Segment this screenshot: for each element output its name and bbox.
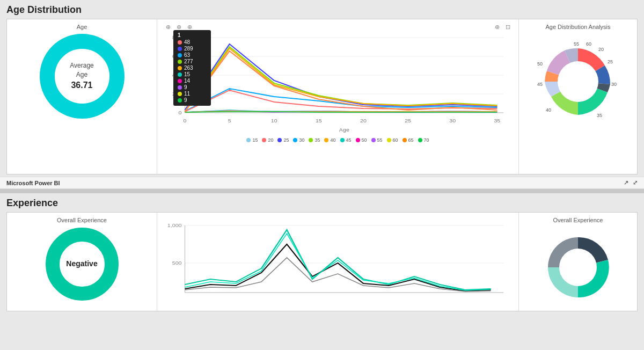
legend-dot-20 bbox=[262, 138, 266, 142]
tooltip-val-50: 14 bbox=[184, 78, 190, 84]
svg-text:25: 25 bbox=[405, 118, 411, 123]
svg-text:5: 5 bbox=[228, 118, 231, 123]
legend-label-20: 20 bbox=[268, 137, 273, 143]
experience-section-title: Experience bbox=[6, 198, 638, 209]
legend-label-45: 45 bbox=[346, 137, 352, 143]
legend-item-45: 45 bbox=[340, 137, 352, 143]
legend-label-30: 30 bbox=[299, 137, 304, 143]
powerbi-actions: ↗ ⤢ bbox=[624, 179, 638, 186]
legend-item-65: 65 bbox=[402, 137, 414, 143]
donut-label-35: 35 bbox=[597, 113, 602, 118]
section-divider bbox=[0, 189, 644, 193]
experience-analysis-title: Overall Experience bbox=[553, 217, 603, 223]
legend-label-40: 40 bbox=[330, 137, 335, 143]
tooltip-row-60: 11 bbox=[178, 91, 207, 97]
svg-text:500: 500 bbox=[172, 260, 182, 266]
tooltip-row-50: 14 bbox=[178, 78, 207, 84]
legend-item-70: 70 bbox=[418, 137, 429, 143]
legend-dot-55 bbox=[371, 138, 376, 142]
svg-text:10: 10 bbox=[271, 118, 277, 123]
age-section-title: Age Distribution bbox=[6, 4, 638, 16]
legend-dot-35 bbox=[309, 138, 313, 142]
tooltip-dot-40 bbox=[178, 66, 182, 70]
tooltip-val-70: 9 bbox=[184, 97, 187, 103]
donut-label-50: 50 bbox=[537, 61, 543, 67]
tooltip-row-45: 15 bbox=[178, 71, 207, 77]
tooltip-val-40: 263 bbox=[184, 65, 193, 71]
legend-label-50: 50 bbox=[362, 137, 367, 143]
donut-label-25: 25 bbox=[608, 59, 613, 64]
svg-text:30: 30 bbox=[449, 118, 456, 123]
svg-point-23 bbox=[558, 61, 598, 102]
legend-label-25: 25 bbox=[283, 137, 289, 143]
tooltip-val-30: 63 bbox=[184, 52, 190, 58]
legend-dot-40 bbox=[324, 138, 328, 142]
expand-icon[interactable]: ⤢ bbox=[633, 179, 638, 186]
svg-text:0: 0 bbox=[179, 110, 182, 115]
tooltip-dot-50 bbox=[178, 79, 182, 83]
tooltip-row-25: 289 bbox=[178, 46, 207, 52]
exp-analysis-donut-svg bbox=[540, 230, 616, 305]
donut-label-45: 45 bbox=[537, 82, 543, 87]
legend-dot-70 bbox=[418, 138, 422, 142]
legend-item-30: 30 bbox=[293, 137, 304, 143]
legend-dot-65 bbox=[402, 138, 407, 142]
svg-point-33 bbox=[559, 249, 597, 286]
tooltip-val-45: 15 bbox=[184, 71, 190, 77]
donut-label-40: 40 bbox=[546, 107, 551, 113]
age-donut-title: Age bbox=[77, 24, 87, 30]
age-chart-legend: 15 20 25 30 bbox=[159, 136, 516, 144]
experience-donut-wrapper: Negative bbox=[45, 227, 120, 302]
exp-line-chart-svg: 1,000 500 bbox=[159, 215, 516, 306]
age-analysis-panel: Age Distribution Analysis bbox=[519, 19, 637, 174]
experience-chart-container: Overall Experience Negative bbox=[6, 212, 638, 311]
donut-label-55: 55 bbox=[574, 41, 579, 47]
donut-label-20: 20 bbox=[598, 47, 604, 52]
legend-label-15: 15 bbox=[252, 137, 258, 143]
tooltip-dot-55 bbox=[178, 85, 182, 90]
tooltip-dot-60 bbox=[178, 92, 182, 96]
legend-dot-15 bbox=[246, 138, 251, 142]
legend-dot-30 bbox=[293, 138, 297, 142]
legend-item-35: 35 bbox=[309, 137, 320, 143]
tooltip-row-20: 48 bbox=[178, 39, 207, 45]
legend-label-35: 35 bbox=[314, 137, 320, 143]
legend-item-20: 20 bbox=[262, 137, 273, 143]
tooltip-val-20: 48 bbox=[184, 39, 190, 45]
tooltip-val-55: 9 bbox=[184, 84, 187, 90]
tooltip-row-70: 9 bbox=[178, 97, 207, 103]
age-donut-panel: Age Average Age 36.71 bbox=[7, 19, 157, 174]
share-icon[interactable]: ↗ bbox=[624, 179, 628, 186]
svg-text:20: 20 bbox=[360, 118, 367, 123]
tooltip-dot-35 bbox=[178, 60, 182, 64]
experience-donut-panel: Overall Experience Negative bbox=[7, 213, 157, 312]
svg-text:0: 0 bbox=[184, 118, 187, 123]
legend-dot-25 bbox=[277, 138, 282, 142]
experience-value: Negative bbox=[66, 259, 97, 269]
tooltip-row-35: 277 bbox=[178, 59, 207, 64]
svg-text:1,000: 1,000 bbox=[167, 223, 182, 228]
legend-item-40: 40 bbox=[324, 137, 335, 143]
legend-label-60: 60 bbox=[393, 137, 398, 143]
tooltip-dot-45 bbox=[178, 72, 182, 77]
legend-dot-45 bbox=[340, 138, 345, 142]
experience-donut-title: Overall Experience bbox=[57, 217, 107, 223]
legend-item-50: 50 bbox=[356, 137, 367, 143]
powerbi-bar: Microsoft Power BI ↗ ⤢ bbox=[0, 177, 644, 189]
age-donut-wrapper: Average Age 36.71 bbox=[39, 33, 125, 119]
age-average-label: Average bbox=[70, 61, 93, 70]
tooltip-dot-20 bbox=[178, 40, 182, 45]
tooltip-val-60: 11 bbox=[184, 91, 190, 97]
legend-item-55: 55 bbox=[371, 137, 383, 143]
legend-dot-50 bbox=[356, 138, 360, 142]
svg-text:15: 15 bbox=[316, 118, 322, 123]
legend-item-25: 25 bbox=[277, 137, 289, 143]
experience-line-chart-panel: 1,000 500 bbox=[157, 213, 519, 312]
experience-section: Experience Overall Experience Negative bbox=[0, 193, 644, 350]
tooltip-val-35: 277 bbox=[184, 59, 193, 64]
legend-item-15: 15 bbox=[246, 137, 258, 143]
tooltip-title: 1 bbox=[178, 32, 207, 38]
tooltip-dot-70 bbox=[178, 98, 182, 103]
legend-label-70: 70 bbox=[424, 137, 429, 143]
legend-item-60: 60 bbox=[387, 137, 398, 143]
